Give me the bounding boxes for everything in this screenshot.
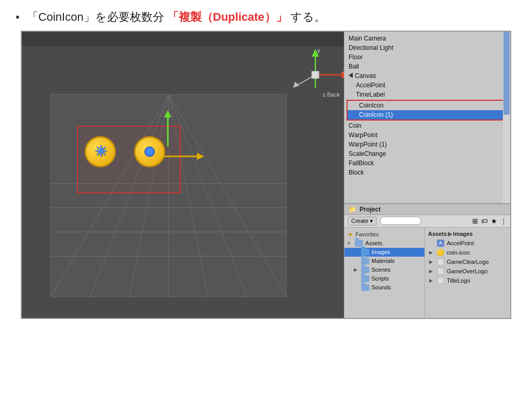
gameclearlogo-icon xyxy=(437,258,444,265)
materials-folder[interactable]: Materials xyxy=(344,257,424,265)
asset-gameclearlogo[interactable]: ▶ GameClearLogo xyxy=(425,257,510,267)
hierarchy-timelabel[interactable]: TimeLabel xyxy=(344,90,510,99)
hierarchy-scrollbar[interactable] xyxy=(503,32,510,203)
hierarchy-directional-light[interactable]: Directional Light xyxy=(344,43,510,52)
hierarchy-canvas[interactable]: Canvas xyxy=(344,71,510,81)
canvas-expand-icon xyxy=(349,73,353,78)
svg-text:X: X xyxy=(343,69,344,74)
hierarchy-coinicon[interactable]: CoinIcon xyxy=(348,101,507,110)
project-header: 📁 Project xyxy=(344,204,510,215)
instruction-text: • 「CoinIcon」を必要枚数分 「複製（Duplicate）」 する。 xyxy=(0,0,532,31)
images-folder[interactable]: Images xyxy=(344,248,424,257)
bullet: • xyxy=(16,10,20,23)
star-icon: ★ xyxy=(348,231,353,238)
svg-rect-6 xyxy=(312,71,319,78)
back-label[interactable]: ≤ Back xyxy=(322,91,340,98)
sounds-folder[interactable]: Sounds xyxy=(344,283,424,292)
scenes-label: Scenes xyxy=(371,267,391,273)
scenes-expand-icon: ▶ xyxy=(354,267,359,272)
hierarchy-floor[interactable]: Floor xyxy=(344,52,510,62)
asset-coin-icon[interactable]: ▶ coin-icon xyxy=(425,248,510,257)
accelpoint-script-icon: A xyxy=(437,240,444,247)
scenes-folder[interactable]: ▶ Scenes xyxy=(344,265,424,274)
project-icon-3[interactable]: ★ xyxy=(491,217,497,225)
highlight: 「複製（Duplicate）」 xyxy=(167,10,287,23)
project-icon-2[interactable]: 🏷 xyxy=(481,217,488,225)
scene-gizmo: Y X xyxy=(287,46,344,98)
project-toolbar: Create ▾ ⊞ 🏷 ★ ⋮ xyxy=(344,215,510,228)
svg-line-10 xyxy=(90,95,169,297)
create-button[interactable]: Create ▾ xyxy=(348,217,377,225)
asset-gameoverlogo[interactable]: ▶ GameOverLogo xyxy=(425,267,510,276)
hierarchy-panel: Main Camera Directional Light Floor Ball… xyxy=(344,32,510,204)
gameclearlogo-label: GameClearLogo xyxy=(447,259,489,265)
transform-y-arrow xyxy=(163,110,173,149)
titlelogo-expand-icon: ▶ xyxy=(429,278,434,283)
scripts-label: Scripts xyxy=(371,275,389,282)
assets-path-assets: Assets xyxy=(428,231,447,237)
unity-editor: Y X ≤ Back xyxy=(21,31,511,319)
svg-marker-23 xyxy=(197,153,204,160)
hierarchy-list: Main Camera Directional Light Floor Ball… xyxy=(344,32,510,179)
coin-icon-label: coin-icon xyxy=(447,249,470,256)
scene-view[interactable]: Y X ≤ Back xyxy=(22,32,344,318)
folder-icon-small: 📁 xyxy=(349,206,356,213)
svg-line-9 xyxy=(51,95,169,297)
hierarchy-fallblock[interactable]: FallBlock xyxy=(344,158,510,168)
asset-accelpoint[interactable]: A AccelPoint xyxy=(425,238,510,248)
hierarchy-ball[interactable]: Ball xyxy=(344,62,510,71)
gameoverlogo-icon xyxy=(437,268,444,275)
sounds-label: Sounds xyxy=(371,284,391,290)
materials-label: Materials xyxy=(371,258,395,264)
svg-line-15 xyxy=(169,95,287,297)
right-panels: Main Camera Directional Light Floor Ball… xyxy=(344,32,510,318)
titlelogo-label: TitleLogo xyxy=(447,277,470,284)
coin-blue-dot xyxy=(144,147,155,157)
svg-marker-21 xyxy=(164,110,171,117)
coin-expand-icon: ▶ xyxy=(429,250,434,255)
hierarchy-warppoint-1[interactable]: WarpPoint (1) xyxy=(344,140,510,149)
project-search[interactable] xyxy=(380,217,421,225)
materials-folder-icon xyxy=(361,258,369,264)
scene-toolbar xyxy=(22,32,344,46)
hierarchy-coinicon-1[interactable]: CoinIcon (1) xyxy=(348,110,507,119)
accelpoint-label: AccelPoint xyxy=(447,240,474,246)
project-menu-icon[interactable]: ⋮ xyxy=(500,217,507,225)
project-panel: 📁 Project Create ▾ ⊞ 🏷 ★ ⋮ ★ xyxy=(344,204,510,318)
coin-asset-icon xyxy=(437,249,444,256)
favorites-label: Favorites xyxy=(355,231,379,237)
coin-object-1[interactable]: ✳ xyxy=(85,136,116,167)
breadcrumb-arrow: ▶ xyxy=(448,231,452,237)
gameoverlogo-label: GameOverLogo xyxy=(447,268,487,274)
assets-label: Assets xyxy=(365,240,382,246)
project-title: Project xyxy=(360,206,381,213)
scripts-folder[interactable]: Scripts xyxy=(344,274,424,283)
titlelogo-icon xyxy=(437,277,444,284)
assets-folder[interactable]: ▾ Assets xyxy=(344,239,424,248)
suffix: する。 xyxy=(290,10,326,23)
hierarchy-scrollbar-thumb[interactable] xyxy=(503,32,510,115)
scenes-folder-icon xyxy=(361,267,369,273)
project-assets-content: Assets ▶ Images A AccelPoint ▶ coin-icon xyxy=(425,228,510,318)
hierarchy-block[interactable]: Block xyxy=(344,168,510,177)
images-label: Images xyxy=(371,249,390,255)
gameclear-expand-icon: ▶ xyxy=(429,259,434,264)
prefix: 「CoinIcon」を必要枚数分 xyxy=(27,10,164,23)
transform-x-arrow xyxy=(163,152,204,163)
coin-object-2[interactable] xyxy=(134,136,165,167)
images-folder-icon xyxy=(361,249,369,256)
svg-text:Y: Y xyxy=(317,49,321,55)
hierarchy-coin[interactable]: Coin xyxy=(344,121,510,130)
hierarchy-warppoint[interactable]: WarpPoint xyxy=(344,130,510,140)
hierarchy-scalechange[interactable]: ScaleChange xyxy=(344,149,510,158)
project-tree: ★ Favorites ▾ Assets Images xyxy=(344,228,425,318)
hierarchy-main-camera[interactable]: Main Camera xyxy=(344,34,510,43)
coin-asterisk-icon: ✳ xyxy=(95,143,107,160)
assets-expand-icon: ▾ xyxy=(348,241,353,246)
svg-line-13 xyxy=(169,95,208,297)
hierarchy-accelpoint[interactable]: AccelPoint xyxy=(344,81,510,90)
scripts-folder-icon xyxy=(361,275,369,282)
assets-folder-icon xyxy=(355,240,363,247)
project-icon-1[interactable]: ⊞ xyxy=(472,217,478,225)
asset-titlelogo[interactable]: ▶ TitleLogo xyxy=(425,276,510,285)
